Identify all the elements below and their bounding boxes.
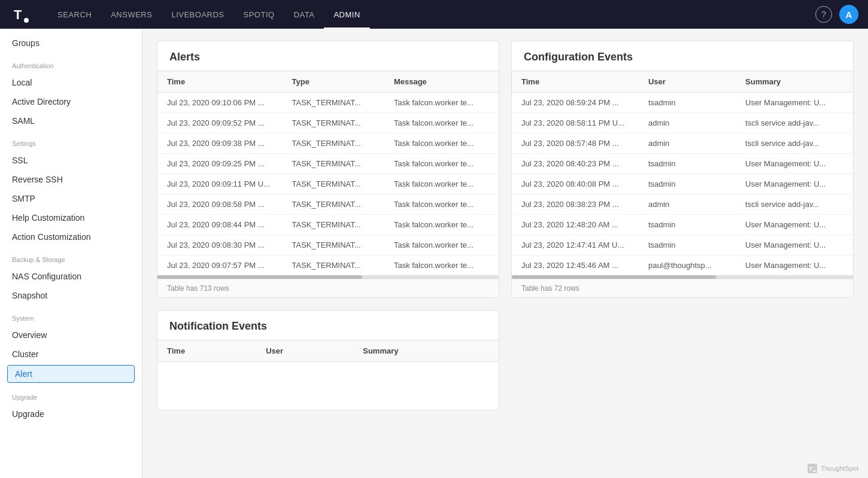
nav-data[interactable]: DATA	[284, 0, 324, 29]
logo[interactable]: T	[10, 4, 34, 25]
sidebar-item-snapshot[interactable]: Snapshot	[0, 286, 142, 305]
svg-text:T: T	[14, 7, 22, 22]
notif-col-summary: Summary	[353, 340, 499, 362]
table-row: Jul 23, 2020 09:08:44 PM ...TASK_TERMINA…	[157, 215, 499, 235]
table-row: Jul 23, 2020 12:45:46 AM ...paul@thought…	[512, 255, 853, 276]
config-events-footer: Table has 72 rows	[512, 279, 853, 297]
svg-point-2	[24, 18, 29, 23]
sidebar: Groups Authentication Local Active Direc…	[0, 29, 142, 478]
nav-search[interactable]: SEARCH	[48, 0, 101, 29]
main-content: Alerts Time Type Message Jul 23, 2020 09…	[142, 29, 868, 478]
nav-items: SEARCH ANSWERS LIVEBOARDS SPOTIQ DATA AD…	[48, 0, 815, 29]
sidebar-item-groups[interactable]: Groups	[0, 34, 142, 53]
alerts-card: Alerts Time Type Message Jul 23, 2020 09…	[157, 41, 499, 298]
notification-events-title: Notification Events	[157, 310, 499, 340]
bottom-branding: T ThoughtSpot	[808, 464, 858, 473]
branding-logo: T	[808, 464, 817, 473]
alerts-table-scroll[interactable]: Time Type Message Jul 23, 2020 09:10:06 …	[157, 71, 499, 275]
table-row: Jul 23, 2020 09:10:06 PM ...TASK_TERMINA…	[157, 93, 499, 113]
sidebar-section-settings: Settings	[0, 130, 142, 151]
sidebar-item-active-directory[interactable]: Active Directory	[0, 92, 142, 111]
notification-events-table-scroll[interactable]: Time User Summary	[157, 340, 499, 410]
nav-admin[interactable]: ADMIN	[324, 0, 369, 29]
sidebar-section-system: System	[0, 305, 142, 325]
nav-liveboards[interactable]: LIVEBOARDS	[162, 0, 233, 29]
table-row: Jul 23, 2020 09:09:38 PM ...TASK_TERMINA…	[157, 133, 499, 154]
user-avatar[interactable]: A	[839, 5, 858, 24]
sidebar-item-upgrade[interactable]: Upgrade	[0, 404, 142, 424]
help-button[interactable]: ?	[815, 6, 832, 23]
table-row: Jul 23, 2020 09:09:25 PM ...TASK_TERMINA…	[157, 154, 499, 174]
table-row: Jul 23, 2020 08:59:24 PM ...tsadminUser …	[512, 93, 853, 113]
config-events-title: Configuration Events	[512, 41, 853, 71]
nav-spotiq[interactable]: SPOTIQ	[234, 0, 284, 29]
alerts-col-message: Message	[384, 71, 499, 93]
alerts-footer: Table has 713 rows	[157, 279, 499, 297]
svg-text:T: T	[809, 465, 812, 472]
config-events-table: Time User Summary Jul 23, 2020 08:59:24 …	[512, 71, 853, 275]
alerts-title: Alerts	[157, 41, 499, 71]
layout: Groups Authentication Local Active Direc…	[0, 29, 868, 478]
config-events-card: Configuration Events Time User Summary J…	[511, 41, 854, 298]
table-row: Jul 23, 2020 12:48:20 AM ...tsadminUser …	[512, 215, 853, 235]
sidebar-item-local[interactable]: Local	[0, 73, 142, 92]
notif-col-time: Time	[157, 340, 256, 362]
nav-right: ? A	[815, 5, 858, 24]
top-nav: T SEARCH ANSWERS LIVEBOARDS SPOTIQ DATA …	[0, 0, 868, 29]
sidebar-item-help-customization[interactable]: Help Customization	[0, 208, 142, 227]
sidebar-item-cluster[interactable]: Cluster	[0, 345, 142, 364]
table-row: Jul 23, 2020 08:40:08 PM ...tsadminUser …	[512, 174, 853, 194]
sidebar-item-action-customization[interactable]: Action Customization	[0, 227, 142, 246]
config-col-summary: Summary	[736, 71, 853, 93]
sidebar-item-saml[interactable]: SAML	[0, 111, 142, 130]
sidebar-section-upgrade: Upgrade	[0, 384, 142, 404]
notif-col-user: User	[256, 340, 353, 362]
table-row: Jul 23, 2020 08:57:48 PM ...admintscli s…	[512, 133, 853, 154]
config-col-time: Time	[512, 71, 639, 93]
notification-events-card: Notification Events Time User Summary	[157, 310, 499, 410]
alerts-col-time: Time	[157, 71, 283, 93]
config-events-table-scroll[interactable]: Time User Summary Jul 23, 2020 08:59:24 …	[512, 71, 853, 275]
content-grid: Alerts Time Type Message Jul 23, 2020 09…	[157, 41, 854, 410]
notification-events-table: Time User Summary	[157, 340, 499, 410]
table-row: Jul 23, 2020 12:47:41 AM U...tsadminUser…	[512, 235, 853, 255]
table-row: Jul 23, 2020 08:58:11 PM U...admintscli …	[512, 113, 853, 133]
svg-point-5	[814, 470, 816, 473]
sidebar-section-authentication: Authentication	[0, 53, 142, 73]
table-row: Jul 23, 2020 09:08:58 PM ...TASK_TERMINA…	[157, 194, 499, 215]
table-row: Jul 23, 2020 09:08:30 PM ...TASK_TERMINA…	[157, 235, 499, 255]
branding-label: ThoughtSpot	[821, 465, 858, 472]
sidebar-item-smtp[interactable]: SMTP	[0, 189, 142, 208]
sidebar-item-overview[interactable]: Overview	[0, 325, 142, 345]
sidebar-section-backup: Backup & Storage	[0, 246, 142, 267]
sidebar-item-ssl[interactable]: SSL	[0, 151, 142, 170]
table-row: Jul 23, 2020 09:09:52 PM ...TASK_TERMINA…	[157, 113, 499, 133]
sidebar-item-reverse-ssh[interactable]: Reverse SSH	[0, 170, 142, 189]
alerts-table: Time Type Message Jul 23, 2020 09:10:06 …	[157, 71, 499, 275]
table-row: Jul 23, 2020 09:07:57 PM ...TASK_TERMINA…	[157, 255, 499, 276]
nav-answers[interactable]: ANSWERS	[101, 0, 162, 29]
config-col-user: User	[639, 71, 736, 93]
table-row: Jul 23, 2020 08:40:23 PM ...tsadminUser …	[512, 154, 853, 174]
sidebar-item-nas-configuration[interactable]: NAS Configuration	[0, 267, 142, 286]
sidebar-item-alert[interactable]: Alert	[7, 365, 135, 383]
table-row: Jul 23, 2020 08:38:23 PM ...admintscli s…	[512, 194, 853, 215]
alerts-col-type: Type	[283, 71, 384, 93]
table-row: Jul 23, 2020 09:09:11 PM U...TASK_TERMIN…	[157, 174, 499, 194]
